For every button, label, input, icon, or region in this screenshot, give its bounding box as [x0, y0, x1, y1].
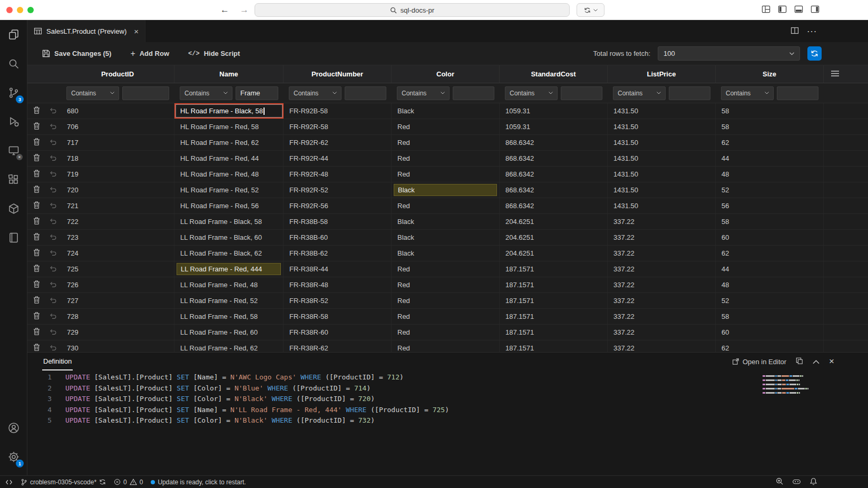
cell-name[interactable]: HL Road Frame - Red, 56: [174, 198, 284, 213]
cell-name[interactable]: LL Road Frame - Red, 58: [174, 309, 284, 324]
sidebar-item-search[interactable]: [0, 49, 27, 78]
cell-standardcost[interactable]: 187.1571: [500, 309, 608, 324]
cell-standardcost[interactable]: 868.6342: [500, 167, 608, 182]
cell-listprice[interactable]: 337.22: [608, 340, 716, 352]
notifications-bell-icon[interactable]: [810, 477, 817, 487]
cell-size[interactable]: 60: [716, 230, 824, 245]
filter-operator-productid[interactable]: Contains: [66, 86, 119, 100]
filter-input-listprice[interactable]: [669, 86, 710, 100]
delete-row-button[interactable]: [33, 312, 40, 321]
sidebar-item-notebooks[interactable]: [0, 223, 27, 252]
panel-tab-definition[interactable]: Definition: [42, 353, 73, 370]
table-row[interactable]: 726LL Road Frame - Red, 48FR-R38R-48Red1…: [27, 277, 868, 293]
cell-listprice[interactable]: 1431.50: [608, 119, 716, 134]
filter-input-color[interactable]: [453, 86, 494, 100]
cell-productnumber[interactable]: FR-R38R-60: [284, 325, 392, 340]
cell-productnumber[interactable]: FR-R38B-62: [284, 246, 392, 261]
cell-name[interactable]: LL Road Frame - Red, 48: [174, 277, 284, 292]
cell-productnumber[interactable]: FR-R92R-52: [284, 182, 392, 198]
cell-listprice[interactable]: 1431.50: [608, 167, 716, 182]
cell-color[interactable]: Red: [392, 309, 500, 324]
revert-row-button[interactable]: [50, 328, 57, 336]
cell-productid[interactable]: 717: [61, 135, 174, 150]
cell-standardcost[interactable]: 204.6251: [500, 214, 608, 229]
cell-name[interactable]: LL Road Frame - Red, 62: [174, 340, 284, 352]
cell-name[interactable]: LL Road Frame - Black, 58: [174, 214, 284, 229]
cell-productid[interactable]: 706: [61, 119, 174, 134]
cell-productid[interactable]: 719: [61, 167, 174, 182]
refresh-data-button[interactable]: [807, 46, 822, 61]
cell-color[interactable]: Black: [392, 230, 500, 245]
filter-operator-productnumber[interactable]: Contains: [289, 86, 342, 100]
cell-productid[interactable]: 730: [61, 340, 174, 352]
cell-size[interactable]: 52: [716, 182, 824, 198]
sidebar-item-accounts[interactable]: [0, 413, 27, 442]
cell-productid[interactable]: 726: [61, 277, 174, 292]
cell-productid[interactable]: 718: [61, 151, 174, 166]
revert-row-button[interactable]: [50, 202, 57, 210]
zoom-status-icon[interactable]: [776, 477, 784, 487]
cell-color[interactable]: Black: [392, 214, 500, 229]
copy-icon[interactable]: [796, 357, 803, 366]
table-row[interactable]: 720HL Road Frame - Red, 52FR-R92R-52Blac…: [27, 182, 868, 198]
add-row-button[interactable]: + Add Row: [130, 49, 169, 58]
column-header-size[interactable]: Size: [716, 65, 824, 83]
cell-color[interactable]: Red: [392, 340, 500, 352]
column-menu-button[interactable]: [831, 70, 839, 78]
cell-size[interactable]: 62: [716, 135, 824, 150]
table-row[interactable]: 717HL Road Frame - Red, 62FR-R92R-62Red8…: [27, 135, 868, 151]
total-rows-select[interactable]: 100: [658, 46, 800, 61]
filter-input-productid[interactable]: [122, 86, 169, 100]
cell-name[interactable]: HL Road Frame - Red, 58: [174, 119, 284, 134]
table-row[interactable]: 728LL Road Frame - Red, 58FR-R38R-58Red1…: [27, 309, 868, 325]
revert-row-button[interactable]: [50, 107, 57, 115]
table-row[interactable]: 730LL Road Frame - Red, 62FR-R38R-62Red1…: [27, 340, 868, 352]
table-row[interactable]: 727LL Road Frame - Red, 52FR-R38R-52Red1…: [27, 293, 868, 309]
cell-listprice[interactable]: 337.22: [608, 293, 716, 308]
cell-productnumber[interactable]: FR-R92R-44: [284, 151, 392, 166]
cell-listprice[interactable]: 337.22: [608, 214, 716, 229]
close-tab-icon[interactable]: ×: [134, 27, 139, 36]
cell-name[interactable]: LL Road Frame - Red, 60: [174, 325, 284, 340]
sidebar-item-extensions[interactable]: [0, 165, 27, 194]
more-actions-icon[interactable]: ···: [807, 27, 817, 35]
revert-row-button[interactable]: [50, 186, 57, 194]
revert-row-button[interactable]: [50, 281, 57, 289]
sidebar-item-settings[interactable]: 1: [0, 442, 27, 471]
cell-size[interactable]: 62: [716, 340, 824, 352]
cell-color[interactable]: Red: [392, 325, 500, 340]
table-row[interactable]: 718HL Road Frame - Red, 44FR-R92R-44Red8…: [27, 151, 868, 167]
copilot-icon[interactable]: [792, 477, 801, 487]
cell-productnumber[interactable]: FR-R38R-48: [284, 277, 392, 292]
filter-input-standardcost[interactable]: [561, 86, 602, 100]
cell-size[interactable]: 44: [716, 151, 824, 166]
cell-productid[interactable]: 721: [61, 198, 174, 213]
cell-productnumber[interactable]: FR-R38B-60: [284, 230, 392, 245]
cell-color[interactable]: Black: [392, 246, 500, 261]
cell-productnumber[interactable]: FR-R92R-48: [284, 167, 392, 182]
revert-row-button[interactable]: [50, 265, 57, 273]
revert-row-button[interactable]: [50, 344, 57, 352]
cell-size[interactable]: 60: [716, 325, 824, 340]
back-button[interactable]: ←: [220, 5, 229, 15]
cell-color-modified[interactable]: Black: [392, 182, 500, 198]
cell-size[interactable]: 44: [716, 261, 824, 277]
revert-row-button[interactable]: [50, 139, 57, 147]
revert-row-button[interactable]: [50, 313, 57, 320]
table-row[interactable]: 719HL Road Frame - Red, 48FR-R92R-48Red8…: [27, 167, 868, 182]
cell-productnumber[interactable]: FR-R92R-58: [284, 119, 392, 134]
sidebar-item-explorer[interactable]: [0, 20, 27, 49]
cell-color[interactable]: Red: [392, 277, 500, 292]
customize-layout-icon[interactable]: [762, 5, 771, 15]
filter-operator-color[interactable]: Contains: [397, 86, 450, 100]
delete-row-button[interactable]: [33, 186, 40, 194]
filter-input-productnumber[interactable]: [345, 86, 386, 100]
delete-row-button[interactable]: [33, 280, 40, 289]
revert-row-button[interactable]: [50, 123, 57, 131]
table-row[interactable]: 706HL Road Frame - Red, 58FR-R92R-58Red1…: [27, 119, 868, 135]
cell-listprice[interactable]: 337.22: [608, 309, 716, 324]
delete-row-button[interactable]: [33, 249, 40, 258]
cell-size[interactable]: 48: [716, 167, 824, 182]
delete-row-button[interactable]: [33, 201, 40, 210]
revert-row-button[interactable]: [50, 249, 57, 257]
